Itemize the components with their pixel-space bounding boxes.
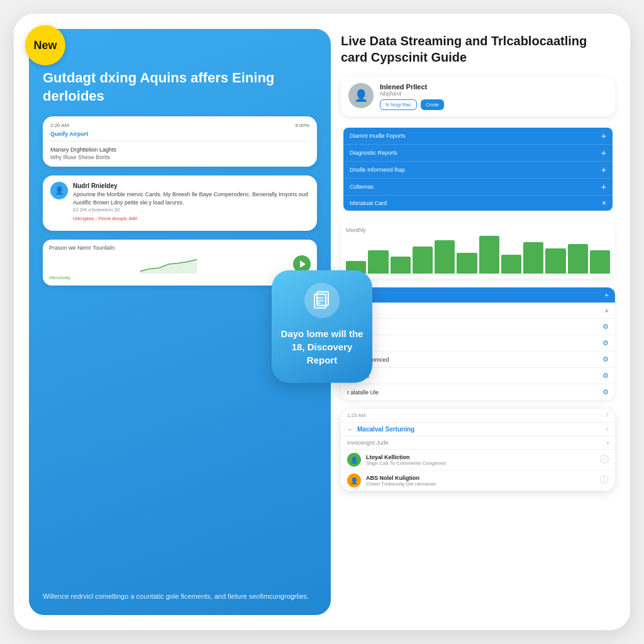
item-avatar-1: 👤	[347, 474, 361, 487]
bar-item	[501, 255, 521, 274]
phone-card-2: 👤 Nudrl Rnieldey Apourine the Morible me…	[43, 175, 317, 231]
profile-btn-primary[interactable]: Criste	[421, 99, 444, 110]
bottom-phone-nav: ← Macalval Sertuning ↑	[341, 423, 615, 436]
settings-add-icon[interactable]: +	[605, 291, 609, 299]
bottom-phone-item-1[interactable]: 👤 ABS Nolel Kuligtion Crbert Trutnioulty…	[341, 470, 615, 491]
chart-card-header: Prason we Nemr Tourdaln:	[49, 245, 311, 251]
avatar-person: 👤	[50, 182, 68, 199]
bar-item	[435, 240, 455, 274]
settings-item-4[interactable]: s Caecal ⚙	[341, 368, 615, 384]
center-phone: Dayo lome will the 18, Discovery Report	[272, 270, 372, 383]
right-panel: Live Data Streaming and Trlcablocaatling…	[341, 29, 615, 615]
phone-card-2-row: 👤 Nudrl Rnieldey Apourine the Morible me…	[50, 182, 309, 222]
dropdown-item-0[interactable]: Diamnt Inudle Foports +	[343, 128, 613, 145]
settings-item-5[interactable]: r alatalle Ule ⚙	[341, 384, 615, 400]
dropdown-item-2[interactable]: Dnolle Informend lhap +	[343, 162, 613, 179]
mini-line-chart	[49, 255, 288, 274]
bottom-phone-status-bar: 1:23 AM ⊺	[341, 409, 615, 423]
profile-avatar: 👤	[348, 83, 374, 108]
section-chevron-icon[interactable]: ›	[607, 440, 609, 446]
left-bottom-text: Willence redrvicl comeltingo a countatic…	[43, 586, 317, 602]
profile-card: 👤 Inlened Prllect Nhphent N Nogi Rac Cri…	[341, 77, 615, 116]
item-info-icon-1[interactable]: ⓘ	[600, 475, 609, 486]
settings-item-3[interactable]: r troubleciomced ⚙	[341, 352, 615, 368]
settings-item-1[interactable]: ttiore.king ⚙	[341, 319, 615, 335]
bar-item	[590, 250, 610, 274]
bar-chart	[346, 236, 610, 274]
dropdown-menu: Diamnt Inudle Foports + Diagnostic Repor…	[343, 128, 613, 211]
dropdown-item-1[interactable]: Diagnostic Reports +	[343, 145, 613, 162]
phone-card-1: 2:20 AM 9:00% Queify Airport Mansry Drgh…	[43, 116, 317, 167]
bottom-phone: 1:23 AM ⊺ ← Macalval Sertuning ↑ invocen…	[341, 409, 615, 491]
status-bar-1: 2:20 AM 9:00%	[50, 123, 309, 128]
settings-item-0[interactable]: nnance +	[341, 303, 615, 319]
right-chart-container: Monthly	[341, 222, 615, 279]
phone-card-1-header: Queify Airport	[50, 131, 309, 142]
item-info-icon-0[interactable]: ⓘ	[600, 454, 609, 465]
bar-item	[568, 244, 588, 274]
dropdown-item-3[interactable]: Coltemas +	[343, 179, 613, 196]
back-arrow-icon[interactable]: ←	[347, 426, 353, 433]
profile-actions: N Nogi Rac Criste	[380, 99, 444, 110]
settings-item-2[interactable]: rroles ⚙	[341, 335, 615, 352]
item-text-1: ABS Nolel Kuligtion Crbert Trutnioulty D…	[366, 475, 595, 487]
upload-icon[interactable]: ↑	[606, 426, 609, 433]
left-panel-title: Gutdagt dxing Aquins affers Eining derlo…	[43, 69, 317, 105]
profile-btn-secondary[interactable]: N Nogi Rac	[380, 99, 417, 110]
profile-info: Inlened Prllect Nhphent N Nogi Rac Crist…	[380, 83, 444, 110]
bar-item	[457, 253, 477, 274]
item-avatar-0: 👤	[347, 453, 361, 467]
bar-item	[391, 257, 411, 274]
settings-list: r Listens + nnance + ttiore.king ⚙ rrole…	[341, 287, 615, 400]
bottom-phone-section: invocengnt.Jude ›	[341, 436, 615, 450]
right-panel-title: Live Data Streaming and Trlcablocaatling…	[341, 33, 615, 65]
bottom-phone-item-0[interactable]: 👤 Ltoyal Kelliction Shgn Catt To Comment…	[341, 450, 615, 470]
bar-item	[368, 250, 388, 274]
bar-item	[413, 247, 433, 274]
center-phone-icon	[304, 283, 340, 318]
dropdown-item-4[interactable]: Msnatuat Card ×	[343, 196, 613, 211]
bottom-phone-filter-icon[interactable]: ⊺	[606, 413, 609, 418]
settings-header: r Listens +	[341, 287, 615, 303]
new-badge: New	[25, 25, 65, 65]
item-text-0: Ltoyal Kelliction Shgn Catt To Commente …	[366, 454, 595, 466]
bar-item	[479, 236, 499, 274]
bar-item	[523, 242, 543, 274]
main-container: New Gutdagt dxing Aquins affers Eining d…	[14, 14, 630, 630]
center-phone-title: Dayo lome will the 18, Discovery Report	[280, 327, 364, 367]
bar-item	[545, 248, 565, 274]
